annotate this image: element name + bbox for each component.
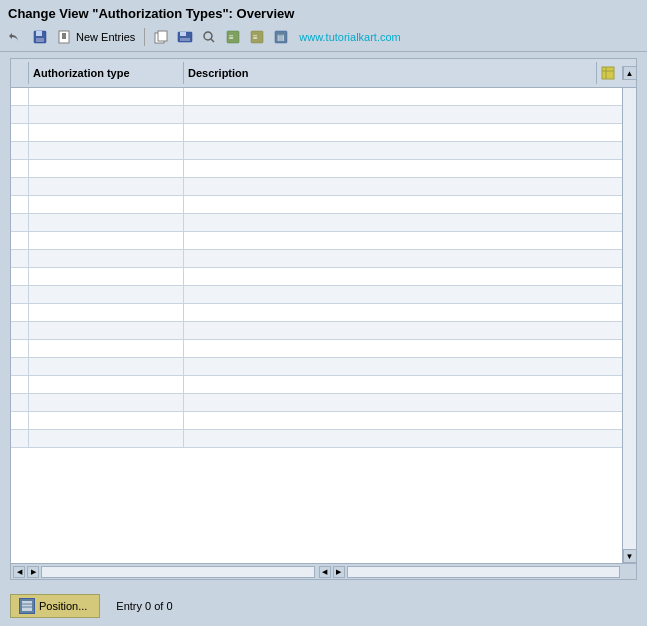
window-title: Change View "Authorization Types": Overv… bbox=[8, 6, 294, 21]
vscroll-header: ▲ bbox=[622, 66, 636, 80]
row-select-cell bbox=[11, 394, 29, 412]
desc-cell bbox=[184, 268, 622, 286]
desc-cell bbox=[184, 430, 622, 448]
row-select-cell bbox=[11, 304, 29, 322]
position-icon bbox=[19, 598, 35, 614]
desc-cell bbox=[184, 286, 622, 304]
table-row[interactable] bbox=[11, 88, 622, 106]
desc-cell bbox=[184, 304, 622, 322]
row-select-cell bbox=[11, 196, 29, 214]
new-entries-button[interactable]: New Entries bbox=[54, 28, 138, 46]
title-bar: Change View "Authorization Types": Overv… bbox=[0, 0, 647, 25]
col-select-header bbox=[11, 62, 29, 84]
find-icon[interactable] bbox=[199, 27, 219, 47]
table-row[interactable] bbox=[11, 430, 622, 448]
hscroll-left-arrow-right[interactable]: ◀ bbox=[319, 566, 331, 578]
svg-rect-10 bbox=[180, 32, 186, 36]
table-row[interactable] bbox=[11, 232, 622, 250]
row-select-cell bbox=[11, 322, 29, 340]
svg-rect-11 bbox=[180, 38, 190, 41]
hscroll-track-right[interactable] bbox=[347, 566, 621, 578]
hscroll-track-left[interactable] bbox=[41, 566, 315, 578]
position-label: Position... bbox=[39, 600, 87, 612]
hscroll-left-arrow[interactable]: ◀ bbox=[13, 566, 25, 578]
table-row[interactable] bbox=[11, 196, 622, 214]
row-select-cell bbox=[11, 340, 29, 358]
icon-5[interactable]: ≡ bbox=[247, 27, 267, 47]
row-select-cell bbox=[11, 178, 29, 196]
new-entries-label: New Entries bbox=[76, 31, 135, 43]
desc-cell bbox=[184, 106, 622, 124]
desc-cell bbox=[184, 358, 622, 376]
desc-cell bbox=[184, 340, 622, 358]
svg-rect-23 bbox=[22, 601, 32, 611]
auth-type-cell bbox=[29, 88, 184, 106]
table-row[interactable] bbox=[11, 268, 622, 286]
copy-icon[interactable] bbox=[151, 27, 171, 47]
svg-rect-20 bbox=[602, 67, 614, 79]
table-row[interactable] bbox=[11, 124, 622, 142]
row-select-cell bbox=[11, 160, 29, 178]
scroll-down-arrow[interactable]: ▼ bbox=[623, 549, 637, 563]
desc-cell bbox=[184, 322, 622, 340]
table-row[interactable] bbox=[11, 106, 622, 124]
row-select-cell bbox=[11, 88, 29, 106]
undo-icon[interactable] bbox=[6, 27, 26, 47]
table-row[interactable] bbox=[11, 340, 622, 358]
svg-line-13 bbox=[211, 39, 214, 42]
auth-type-cell bbox=[29, 340, 184, 358]
table-row[interactable] bbox=[11, 286, 622, 304]
toolbar: New Entries ≡ ≡ ▤ www.tutorialkart.com bbox=[0, 25, 647, 52]
table-row[interactable] bbox=[11, 358, 622, 376]
auth-type-cell bbox=[29, 394, 184, 412]
table-row[interactable] bbox=[11, 322, 622, 340]
hscroll-right: ◀ ▶ bbox=[317, 564, 623, 579]
svg-rect-8 bbox=[158, 31, 167, 41]
desc-cell bbox=[184, 160, 622, 178]
desc-cell bbox=[184, 124, 622, 142]
table-row[interactable] bbox=[11, 412, 622, 430]
watermark: www.tutorialkart.com bbox=[299, 31, 400, 43]
table-header: Authorization type Description ▲ bbox=[11, 59, 636, 88]
table-row[interactable] bbox=[11, 250, 622, 268]
save-icon[interactable] bbox=[30, 27, 50, 47]
icon-6[interactable]: ▤ bbox=[271, 27, 291, 47]
col-desc-header: Description bbox=[184, 59, 622, 87]
row-select-cell bbox=[11, 142, 29, 160]
vscroll-track[interactable] bbox=[623, 88, 637, 549]
content-area: Authorization type Description ▲ bbox=[0, 52, 647, 586]
column-settings-icon[interactable] bbox=[596, 62, 618, 84]
hscroll-right-arrow[interactable]: ▶ bbox=[333, 566, 345, 578]
hscroll-right-arrow-left[interactable]: ▶ bbox=[27, 566, 39, 578]
table-row[interactable] bbox=[11, 376, 622, 394]
table-row[interactable] bbox=[11, 304, 622, 322]
row-select-cell bbox=[11, 286, 29, 304]
row-select-cell bbox=[11, 232, 29, 250]
auth-type-cell bbox=[29, 232, 184, 250]
auth-type-cell bbox=[29, 160, 184, 178]
table-row[interactable] bbox=[11, 394, 622, 412]
scroll-up-arrow[interactable]: ▲ bbox=[623, 66, 637, 80]
position-button[interactable]: Position... bbox=[10, 594, 100, 618]
svg-rect-2 bbox=[36, 38, 44, 42]
svg-point-12 bbox=[204, 32, 212, 40]
table-row[interactable] bbox=[11, 160, 622, 178]
desc-cell bbox=[184, 232, 622, 250]
separator-1 bbox=[144, 28, 145, 46]
auth-type-cell bbox=[29, 106, 184, 124]
auth-type-cell bbox=[29, 142, 184, 160]
auth-type-cell bbox=[29, 286, 184, 304]
desc-cell bbox=[184, 412, 622, 430]
save-row-icon[interactable] bbox=[175, 27, 195, 47]
table-row[interactable] bbox=[11, 214, 622, 232]
icon-4[interactable]: ≡ bbox=[223, 27, 243, 47]
table-row[interactable] bbox=[11, 142, 622, 160]
auth-type-cell bbox=[29, 196, 184, 214]
entry-count: Entry 0 of 0 bbox=[116, 600, 172, 612]
vscroll-bar[interactable]: ▼ bbox=[622, 88, 636, 563]
table-container: Authorization type Description ▲ bbox=[10, 58, 637, 580]
auth-type-cell bbox=[29, 412, 184, 430]
auth-type-cell bbox=[29, 178, 184, 196]
table-row[interactable] bbox=[11, 178, 622, 196]
desc-cell bbox=[184, 196, 622, 214]
